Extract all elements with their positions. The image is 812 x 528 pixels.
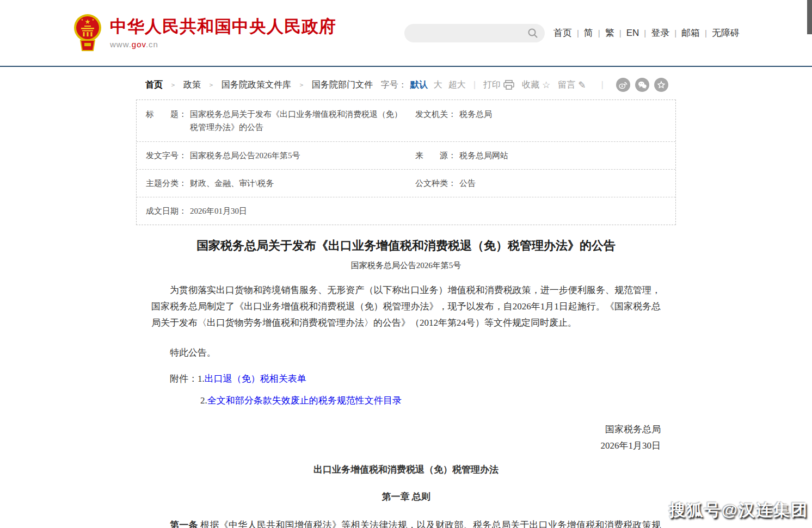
- nav-separator: |: [705, 28, 707, 38]
- breadcrumb-policy[interactable]: 政策: [183, 79, 201, 91]
- qzone-star-icon: [656, 80, 666, 90]
- nav-separator: |: [577, 28, 579, 38]
- meta-label-date: 成文日期：: [146, 204, 187, 218]
- search-input[interactable]: [404, 25, 527, 41]
- wechat-icon: [637, 80, 647, 90]
- comment-button[interactable]: 留言 ✎: [558, 79, 586, 91]
- meta-value-date: 2026年01月30日: [190, 204, 247, 218]
- breadcrumb-department-docs[interactable]: 国务院部门文件: [312, 79, 373, 91]
- svg-text:★: ★: [81, 18, 84, 21]
- meta-row-title: 标 题： 国家税务总局关于发布《出口业务增值税和消费税退（免）税管理办法》的公告…: [137, 100, 675, 142]
- font-size-label: 字号：: [381, 79, 407, 91]
- national-emblem-icon: ★ ★ ★: [73, 14, 102, 53]
- nav-separator: |: [598, 28, 600, 38]
- font-size-xlarge-button[interactable]: 超大: [448, 79, 466, 91]
- article-1-text: 根据《中华人民共和国增值税法》等相关法律法规，以及财政部、税务总局关于出口业务增…: [151, 520, 661, 528]
- nav-link-mail[interactable]: 邮箱: [681, 27, 700, 39]
- scrollbar-thumb[interactable]: [807, 0, 812, 34]
- nav-link-accessibility[interactable]: 无障碍: [712, 27, 740, 39]
- nav-link-home[interactable]: 首页: [553, 27, 572, 39]
- meta-label-doc-number: 发文字号：: [146, 149, 187, 162]
- meta-label-source: 来 源：: [415, 149, 456, 162]
- search-box[interactable]: [404, 24, 545, 42]
- signature-block: 国家税务总局 2026年1月30日: [151, 421, 661, 454]
- meta-row-date: 成文日期： 2026年01月30日: [137, 197, 675, 225]
- top-nav: 首页 | 简 | 繁 | EN | 登录 | 邮箱 | 无障碍: [553, 27, 740, 39]
- share-weibo-button[interactable]: [616, 78, 630, 92]
- nav-separator: |: [619, 28, 622, 38]
- meta-row-doc-number: 发文字号： 国家税务总局公告2026年第5号 来 源： 税务总局网站: [137, 142, 675, 170]
- meta-value-category: 财政、金融、审计\税务: [190, 177, 274, 190]
- document-title: 国家税务总局关于发布《出口业务增值税和消费税退（免）税管理办法》的公告: [151, 238, 661, 254]
- document-body: 国家税务总局关于发布《出口业务增值税和消费税退（免）税管理办法》的公告 国家税务…: [136, 238, 676, 528]
- document-meta-table: 标 题： 国家税务总局关于发布《出口业务增值税和消费税退（免）税管理办法》的公告…: [136, 100, 676, 225]
- article-1-label: 第一条: [170, 520, 198, 528]
- paragraph-intro: 为贯彻落实出口货物和跨境销售服务、无形资产（以下称出口业务）增值税和消费税政策，…: [151, 282, 661, 331]
- measures-title: 出口业务增值税和消费税退（免）税管理办法: [151, 463, 661, 476]
- meta-value-doc-number: 国家税务总局公告2026年第5号: [190, 149, 300, 162]
- search-icon[interactable]: [527, 28, 538, 39]
- attachment-2-link[interactable]: 全文和部分条款失效废止的税务规范性文件目录: [207, 395, 402, 406]
- breadcrumb-separator: ＞: [298, 80, 305, 90]
- printer-icon: [503, 80, 514, 90]
- chapter-1-title: 第一章 总则: [151, 490, 661, 503]
- site-url: www.gov.cn: [110, 40, 336, 49]
- nav-link-english[interactable]: EN: [626, 28, 639, 39]
- star-icon: ☆: [542, 79, 550, 91]
- nav-separator: |: [644, 28, 646, 38]
- toolbar-separator: |: [601, 79, 604, 90]
- attachment-line-2: 2.全文和部分条款失效废止的税务规范性文件目录: [151, 394, 661, 407]
- toolbar-separator: |: [473, 79, 476, 90]
- meta-label-category: 主题分类：: [146, 177, 187, 190]
- attachment-line-1: 附件：1.出口退（免）税相关表单: [151, 372, 661, 385]
- document-number: 国家税务总局公告2026年第5号: [151, 260, 661, 271]
- meta-label-title: 标 题：: [146, 108, 187, 134]
- svg-text:★: ★: [85, 18, 91, 26]
- meta-value-doc-type: 公告: [459, 177, 476, 190]
- share-qzone-button[interactable]: [654, 78, 668, 92]
- sohu-watermark: 搜狐号@汉连集团: [669, 499, 808, 521]
- meta-value-title: 国家税务总局关于发布《出口业务增值税和消费税退（免）税管理办法》的公告: [190, 108, 406, 134]
- meta-label-doc-type: 公文种类：: [415, 177, 456, 190]
- site-logo[interactable]: ★ ★ ★ 中华人民共和国中央人民政府 www.gov.cn: [73, 14, 336, 53]
- breadcrumb-separator: ＞: [170, 80, 176, 90]
- document-toolbar: 字号： 默认 大 超大 | 打印 收藏 ☆ 留言 ✎ |: [381, 78, 676, 92]
- svg-text:★: ★: [92, 18, 95, 21]
- attachment-1-number: 1.: [198, 374, 205, 384]
- favorite-button[interactable]: 收藏 ☆: [522, 79, 550, 91]
- breadcrumb-home[interactable]: 首页: [145, 79, 163, 91]
- site-title: 中华人民共和国中央人民政府: [110, 17, 336, 36]
- breadcrumb: 首页 ＞ 政策 ＞ 国务院政策文件库 ＞ 国务院部门文件: [136, 79, 373, 91]
- meta-label-issuing-agency: 发文机关：: [415, 108, 456, 121]
- meta-value-issuing-agency: 税务总局: [459, 108, 492, 121]
- article-1: 第一条 根据《中华人民共和国增值税法》等相关法律法规，以及财政部、税务总局关于出…: [151, 517, 661, 528]
- nav-separator: |: [674, 28, 676, 38]
- sign-date: 2026年1月30日: [151, 438, 661, 454]
- font-size-default-button[interactable]: 默认: [410, 79, 428, 91]
- nav-link-simplified[interactable]: 简: [584, 27, 593, 39]
- attachment-label: 附件：: [170, 374, 198, 384]
- breadcrumb-policy-library[interactable]: 国务院政策文件库: [222, 79, 291, 91]
- weibo-icon: [618, 80, 628, 90]
- attachment-1-link[interactable]: 出口退（免）税相关表单: [205, 374, 306, 384]
- nav-link-login[interactable]: 登录: [651, 27, 669, 39]
- share-wechat-button[interactable]: [635, 78, 649, 92]
- breadcrumb-separator: ＞: [208, 80, 214, 90]
- paragraph-notice: 特此公告。: [151, 345, 661, 361]
- meta-row-category: 主题分类： 财政、金融、审计\税务 公文种类： 公告: [137, 170, 675, 197]
- site-header: ★ ★ ★ 中华人民共和国中央人民政府 www.gov.cn 首页 |: [0, 0, 812, 67]
- attachment-2-number: 2.: [200, 395, 207, 406]
- font-size-large-button[interactable]: 大: [434, 79, 442, 91]
- print-button[interactable]: 打印: [483, 79, 514, 91]
- pencil-icon: ✎: [578, 79, 586, 91]
- signer: 国家税务总局: [151, 421, 661, 438]
- nav-link-traditional[interactable]: 繁: [605, 27, 614, 39]
- meta-value-source: 税务总局网站: [459, 149, 508, 162]
